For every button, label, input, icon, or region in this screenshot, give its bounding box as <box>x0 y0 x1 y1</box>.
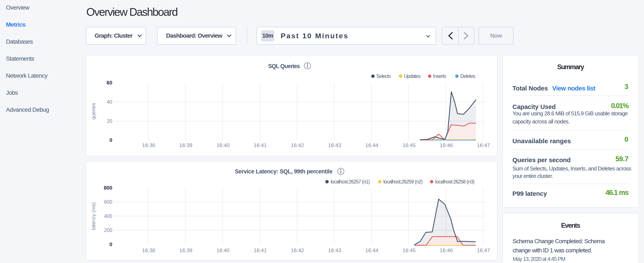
svg-text:16:45: 16:45 <box>402 142 416 148</box>
svg-text:localhost:26258 (n3): localhost:26258 (n3) <box>435 179 474 184</box>
svg-text:0: 0 <box>624 135 628 143</box>
svg-text:0: 0 <box>110 241 112 247</box>
svg-text:16:43: 16:43 <box>328 142 341 148</box>
svg-text:Sum of Selects, Updates, Inser: Sum of Selects, Updates, Inserts, and De… <box>512 165 632 172</box>
svg-text:60: 60 <box>106 80 112 86</box>
svg-text:16:47: 16:47 <box>477 142 490 148</box>
svg-text:40: 40 <box>107 99 112 105</box>
svg-text:Events: Events <box>561 222 580 229</box>
svg-text:16:41: 16:41 <box>254 247 266 253</box>
svg-text:16:46: 16:46 <box>440 142 453 148</box>
svg-text:16:38: 16:38 <box>142 142 155 148</box>
svg-text:16:44: 16:44 <box>365 247 378 253</box>
svg-text:16:46: 16:46 <box>440 247 453 253</box>
svg-text:Updates: Updates <box>404 73 420 79</box>
svg-text:Unavailable ranges: Unavailable ranges <box>512 137 571 144</box>
svg-text:Summary: Summary <box>557 63 584 71</box>
svg-text:16:42: 16:42 <box>291 247 304 253</box>
svg-text:16:39: 16:39 <box>179 142 192 148</box>
svg-text:Queries per second: Queries per second <box>512 156 571 163</box>
svg-text:localhost:26259 (n2): localhost:26259 (n2) <box>383 179 422 184</box>
svg-text:View nodes list: View nodes list <box>552 85 596 92</box>
svg-text:16:42: 16:42 <box>291 142 304 148</box>
svg-text:16:44: 16:44 <box>365 142 378 148</box>
svg-text:16:45: 16:45 <box>402 247 416 253</box>
svg-text:capacity across all nodes.: capacity across all nodes. <box>512 118 570 125</box>
svg-text:200: 200 <box>104 227 112 233</box>
svg-text:Capacity Used: Capacity Used <box>512 103 556 110</box>
svg-text:You are using 28.6 MiB of 515.: You are using 28.6 MiB of 515.9 GiB usab… <box>512 110 628 117</box>
svg-text:3: 3 <box>624 83 628 90</box>
svg-text:16:38: 16:38 <box>142 247 155 253</box>
svg-text:800: 800 <box>104 185 112 191</box>
svg-text:May 13, 2020 at 4:45 PM: May 13, 2020 at 4:45 PM <box>512 256 565 262</box>
svg-text:change with ID 1 was completed: change with ID 1 was completed. <box>512 247 592 254</box>
svg-text:latency (ms): latency (ms) <box>90 202 96 230</box>
svg-text:46.1 ms: 46.1 ms <box>606 188 628 196</box>
svg-text:16:47: 16:47 <box>477 247 490 253</box>
svg-text:Selects: Selects <box>376 73 390 79</box>
svg-text:0: 0 <box>110 137 112 143</box>
svg-text:0.01%: 0.01% <box>611 102 629 110</box>
svg-text:P99 latency: P99 latency <box>512 190 547 197</box>
svg-text:16:40: 16:40 <box>216 247 230 253</box>
svg-text:16:41: 16:41 <box>254 142 266 148</box>
svg-text:16:43: 16:43 <box>328 247 341 253</box>
svg-text:SQL Queries: SQL Queries <box>268 63 300 69</box>
svg-text:your entire cluster.: your entire cluster. <box>512 173 553 179</box>
svg-text:400: 400 <box>104 213 112 219</box>
svg-text:20: 20 <box>107 118 112 124</box>
svg-text:localhost:26257 (n1): localhost:26257 (n1) <box>330 179 370 184</box>
svg-text:16:39: 16:39 <box>179 247 192 253</box>
svg-text:Schema Change Completed: Schem: Schema Change Completed: Schema <box>512 238 605 244</box>
svg-text:Total Nodes: Total Nodes <box>512 85 548 92</box>
svg-text:Service Latency: SQL, 99th per: Service Latency: SQL, 99th percentile <box>235 168 332 175</box>
svg-text:16:40: 16:40 <box>216 142 230 148</box>
svg-text:Deletes: Deletes <box>460 73 475 79</box>
svg-text:59.7: 59.7 <box>616 155 628 163</box>
svg-text:600: 600 <box>104 199 112 205</box>
svg-text:Inserts: Inserts <box>433 73 446 79</box>
svg-text:queries: queries <box>90 103 96 120</box>
